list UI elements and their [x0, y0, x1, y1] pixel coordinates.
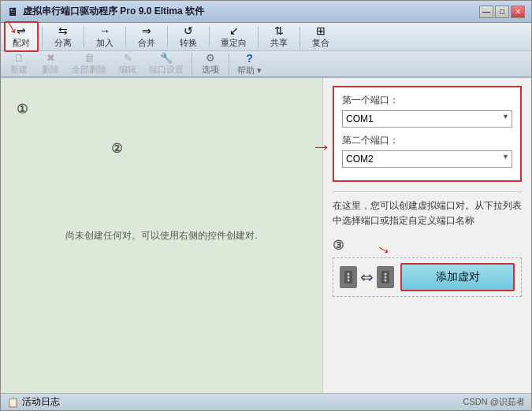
first-port-select-wrapper: COM1 COM2 COM3 COM4 — [342, 110, 512, 128]
svg-point-2 — [348, 276, 350, 279]
toolbar-share-button[interactable]: ⇅ 共享 — [262, 21, 296, 52]
delete-all-label: 全部删除 — [72, 64, 106, 76]
toolbar2-delete-button: ✖ 删除 — [35, 50, 65, 77]
toolbar-redirect-button[interactable]: ↙ 重定向 — [213, 21, 255, 52]
second-port-select[interactable]: COM1 COM2 COM3 COM4 — [342, 150, 512, 168]
port-pair-icon: ⇔ — [340, 266, 394, 288]
toolbar-separator7 — [299, 26, 300, 48]
status-right-text: CSDN @识茹者 — [463, 396, 525, 408]
main-window: 🖥 虚拟串行端口驱动程序 Pro 9.0 Eltima 软件 — □ ✕ ⇌ 配… — [0, 0, 532, 411]
status-bar: 📋 活动日志 CSDN @识茹者 — [1, 393, 531, 410]
port-icon-right — [377, 266, 394, 288]
split-label: 分离 — [54, 37, 72, 49]
merge-icon: ⇒ — [142, 24, 151, 37]
redirect-label: 重定向 — [221, 37, 247, 49]
new-label: 新建 — [10, 64, 28, 76]
match-icon: ⇌ — [17, 24, 26, 37]
svg-point-5 — [385, 273, 387, 276]
toolbar2-port-settings-button: 🔧 端口设置 — [144, 50, 188, 77]
svg-point-7 — [385, 280, 387, 282]
title-bar: 🖥 虚拟串行端口驱动程序 Pro 9.0 Eltima 软件 — □ ✕ — [1, 1, 531, 23]
left-panel: ① ② 尚未创建任何对。可以使用右侧的控件创建对. → — [1, 78, 322, 393]
split-icon: ⇆ — [58, 24, 68, 37]
toolbar1: ⇌ 配对 ⇆ 分离 → 加入 ⇒ 合并 ↺ 转换 ↙ 重定向 ⇅ — [1, 23, 531, 51]
share-icon: ⇅ — [274, 24, 284, 37]
toolbar-merge-button[interactable]: ⇒ 合并 — [129, 21, 164, 52]
title-bar-left: 🖥 虚拟串行端口驱动程序 Pro 9.0 Eltima 软件 — [7, 5, 204, 18]
toolbar2-help-button[interactable]: ? 帮助 ▾ — [233, 50, 266, 78]
match-label: 配对 — [13, 37, 30, 49]
toolbar-join-button[interactable]: → 加入 — [87, 21, 122, 52]
toolbar-separator5 — [209, 26, 210, 48]
double-arrow-icon: ⇔ — [360, 268, 374, 287]
svg-point-1 — [348, 273, 350, 276]
svg-point-6 — [385, 276, 387, 279]
port-svg-right — [380, 269, 391, 285]
toolbar-split-button[interactable]: ⇆ 分离 — [46, 21, 80, 52]
right-panel: 第一个端口： COM1 COM2 COM3 COM4 第二个端口： COM1 C… — [322, 78, 531, 393]
activity-log-icon: 📋 — [7, 397, 19, 408]
close-button[interactable]: ✕ — [511, 6, 525, 18]
convert-label: 转换 — [180, 37, 197, 49]
add-virtual-pair-button[interactable]: 添加虚对 — [400, 263, 515, 291]
compound-label: 复合 — [312, 37, 329, 49]
port-pair-section: ⇔ 添 — [333, 257, 522, 297]
delete-all-icon: 🗑 — [84, 52, 95, 64]
toolbar2-delete-all-button: 🗑 全部删除 — [67, 50, 111, 77]
help-icon: ? — [246, 51, 253, 65]
activity-log-label: 活动日志 — [22, 395, 60, 409]
toolbar2-edit-button: ✎ 编辑 — [113, 50, 143, 77]
delete-label: 删除 — [42, 64, 59, 76]
delete-icon: ✖ — [47, 52, 55, 64]
port-icon-left — [340, 266, 357, 288]
edit-label: 编辑 — [119, 64, 136, 76]
second-port-label: 第二个端口： — [342, 134, 512, 147]
app-icon: 🖥 — [7, 6, 18, 18]
port-settings-label: 端口设置 — [149, 64, 184, 76]
new-icon: 🗋 — [14, 52, 24, 64]
window-title: 虚拟串行端口驱动程序 Pro 9.0 Eltima 软件 — [23, 5, 204, 18]
join-label: 加入 — [96, 37, 113, 49]
toolbar2: 🗋 新建 ✖ 删除 🗑 全部删除 ✎ 编辑 🔧 端口设置 ⚙ 选项 ? 帮助 ▾ — [1, 51, 531, 78]
toolbar-match-button[interactable]: ⇌ 配对 — [4, 21, 39, 52]
join-icon: → — [99, 24, 110, 37]
toolbar2-separator2 — [229, 53, 229, 75]
toolbar2-options-button[interactable]: ⚙ 选项 — [195, 50, 225, 77]
toolbar-compound-button[interactable]: ⊞ 复合 — [303, 21, 338, 52]
toolbar-separator4 — [167, 26, 168, 48]
edit-icon: ✎ — [124, 52, 132, 64]
status-left: 📋 活动日志 — [7, 395, 60, 409]
toolbar-convert-button[interactable]: ↺ 转换 — [171, 21, 206, 52]
port-svg-left — [343, 269, 354, 285]
compound-icon: ⊞ — [316, 24, 326, 37]
port-config-box: 第一个端口： COM1 COM2 COM3 COM4 第二个端口： COM1 C… — [333, 86, 522, 182]
first-port-label: 第一个端口： — [342, 94, 512, 107]
options-icon: ⚙ — [206, 52, 215, 64]
step-number-3: ③ — [333, 238, 522, 253]
help-label: 帮助 ▾ — [237, 65, 262, 76]
toolbar2-new-button: 🗋 新建 — [4, 50, 34, 77]
main-content: ① ② 尚未创建任何对。可以使用右侧的控件创建对. → 第一个端口： COM1 … — [1, 78, 531, 393]
toolbar-separator6 — [258, 26, 259, 48]
empty-message: 尚未创建任何对。可以使用右侧的控件创建对. — [65, 229, 257, 243]
toolbar2-separator — [192, 53, 192, 75]
restore-button[interactable]: □ — [495, 6, 509, 18]
step-number-2: ② — [111, 141, 122, 156]
svg-point-3 — [348, 280, 350, 282]
options-label: 选项 — [202, 64, 219, 76]
second-port-select-wrapper: COM1 COM2 COM3 COM4 — [342, 150, 512, 168]
description-text: 在这里，您可以创建虚拟端口对。从下拉列表中选择端口或指定自定义端口名称 — [333, 191, 522, 228]
minimize-button[interactable]: — — [479, 6, 493, 18]
merge-label: 合并 — [138, 37, 155, 49]
port-settings-icon: 🔧 — [160, 52, 173, 64]
bottom-section: ③ ↑ — [333, 238, 522, 297]
redirect-icon: ↙ — [229, 24, 239, 37]
share-label: 共享 — [270, 37, 288, 49]
toolbar-separator3 — [125, 26, 126, 48]
first-port-select[interactable]: COM1 COM2 COM3 COM4 — [342, 110, 512, 128]
title-bar-controls: — □ ✕ — [479, 6, 525, 18]
toolbar-separator — [42, 26, 43, 48]
step-number-1: ① — [17, 102, 28, 117]
toolbar-separator2 — [84, 26, 84, 48]
add-button-area: ↑ — [333, 257, 522, 297]
